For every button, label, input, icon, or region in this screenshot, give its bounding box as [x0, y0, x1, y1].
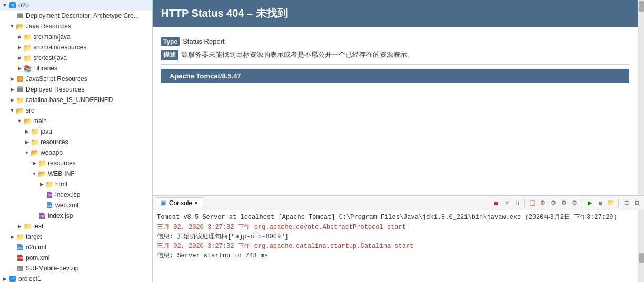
console-stop2-btn[interactable]: ⏹: [596, 199, 605, 207]
svg-text:P: P: [11, 3, 14, 8]
tree-item-src-test-java[interactable]: ▶📁src/test/java: [0, 53, 152, 63]
console-tab[interactable]: ▣ Console ✕: [156, 197, 203, 208]
tree-item-o2o-iml[interactable]: XMLo2o.iml: [0, 242, 152, 253]
tree-arrow: ▶: [17, 224, 22, 229]
console-settings-btn[interactable]: ⚙: [539, 199, 547, 207]
console-open-btn[interactable]: 📁: [607, 199, 615, 207]
tree-item-webapp-resources[interactable]: ▶📁resources: [0, 158, 152, 168]
tree-arrow: ▶: [2, 276, 7, 281]
tree-arrow: ▶: [17, 34, 22, 39]
folder-icon: 📁: [23, 43, 32, 52]
browser-area: HTTP Status 404 – 未找到 Type Status Report…: [153, 0, 644, 195]
tree-label: SUI-Mobile-dev.zip: [26, 265, 78, 272]
desc-badge: 描述: [161, 50, 178, 60]
console-settings3-btn[interactable]: ⚙: [560, 199, 568, 207]
right-panel: HTTP Status 404 – 未找到 Type Status Report…: [153, 0, 644, 282]
console-stop-btn[interactable]: ■: [492, 199, 500, 207]
zip-icon: ZIP: [16, 264, 24, 273]
tree-arrow: ▶: [39, 182, 44, 187]
folder-icon: 📁: [31, 138, 39, 146]
pom-icon: POM: [16, 254, 24, 262]
tree-item-index-jsp[interactable]: JSPindex.jsp: [0, 189, 152, 200]
tree-item-libraries[interactable]: ▶📚Libraries: [0, 63, 152, 74]
tree-item-project1[interactable]: ▶Pproject1: [0, 274, 152, 282]
tree-item-deployment-desc[interactable]: Deployment Descriptor: Archetype Cre...: [0, 11, 152, 21]
deploy-icon: [16, 12, 24, 20]
console-line: 信息: 开始协议处理句柄["ajp-nio-8009"]: [157, 232, 633, 241]
tree-item-src-main-java[interactable]: ▶📁src/main/java: [0, 32, 152, 42]
tree-label: resources: [48, 159, 76, 167]
jsres-icon: JS: [16, 75, 24, 83]
tree-label: index.jsp: [55, 191, 80, 198]
project-icon: P: [8, 1, 17, 9]
tree-item-catalina-base[interactable]: ▶📁catalina.base_IS_UNDEFINED: [0, 95, 152, 105]
tree-label: Java Resources: [26, 23, 71, 30]
tree-item-webapp[interactable]: ▼📂webapp: [0, 147, 152, 158]
tree-item-deployed-resources[interactable]: ▶Deployed Resources: [0, 84, 152, 95]
tree-label: src/main/resources: [33, 44, 86, 51]
tree-arrow: ▶: [9, 234, 15, 239]
console-line: 三月 02, 2020 3:27:32 下午 org.apache.catali…: [157, 241, 633, 250]
console-settings4-btn[interactable]: ⚙: [570, 199, 579, 207]
tree-arrow: ▶: [32, 160, 37, 166]
browser-scrollbar[interactable]: [638, 0, 644, 195]
console-tab-symbol: ✕: [194, 200, 199, 206]
tree-label: src: [26, 107, 34, 114]
console-expand-btn[interactable]: ⊞: [632, 199, 641, 207]
tree-item-target[interactable]: ▶📁target: [0, 231, 152, 242]
tree-item-sui-zip[interactable]: ZIPSUI-Mobile-dev.zip: [0, 263, 152, 274]
lib-icon: 📚: [23, 64, 32, 73]
folder-open-icon: 📂: [38, 169, 46, 178]
tree-item-src[interactable]: ▼📂src: [0, 105, 152, 116]
tree-label: html: [55, 180, 67, 188]
tree-label: test: [33, 223, 43, 230]
tree-label: webapp: [41, 149, 63, 156]
console-scrollbar[interactable]: [638, 210, 644, 282]
tree-item-web-xml[interactable]: XMLweb.xml: [0, 200, 152, 210]
tree-label: resources: [41, 138, 68, 146]
tree-item-main[interactable]: ▼📂main: [0, 116, 152, 126]
tree-label: o2o: [18, 2, 29, 9]
console-settings2-btn[interactable]: ⚙: [549, 199, 558, 207]
console-line: 信息: Server startup in 743 ms: [157, 251, 633, 260]
http-response-view: HTTP Status 404 – 未找到 Type Status Report…: [153, 0, 638, 195]
tree-item-root-index-jsp[interactable]: JSPindex.jsp: [0, 210, 152, 221]
tree-arrow: ▶: [24, 129, 29, 134]
tree-item-src-main-resources[interactable]: ▶📁src/main/resources: [0, 42, 152, 53]
tree-arrow: ▼: [17, 118, 22, 124]
console-copy-btn[interactable]: 📋: [528, 199, 537, 207]
folder-open-icon: 📂: [16, 106, 24, 115]
folder-icon: 📁: [23, 222, 32, 230]
tree-arrow: ▼: [2, 3, 7, 8]
svg-rect-3: [18, 13, 22, 14]
folder-icon: 📁: [23, 54, 32, 62]
tree-item-web-inf[interactable]: ▼📂WEB-INF: [0, 168, 152, 179]
tree-item-java[interactable]: ▶📁java: [0, 126, 152, 137]
tree-item-java-resources[interactable]: ▼📂Java Resources: [0, 21, 152, 32]
tree-label: src/test/java: [33, 54, 67, 62]
svg-rect-7: [18, 86, 22, 88]
tree-item-pom-xml[interactable]: POMpom.xml: [0, 253, 152, 263]
folder-icon: 📁: [23, 33, 32, 41]
console-toolbar: ▣ Console ✕ ■ ✕ ⏸ 📋 ⚙ ⚙ ⚙ ⚙ ▶ ⏹ 📁 ⊟ ⊞: [153, 196, 644, 210]
svg-text:POM: POM: [17, 257, 23, 260]
tree-label: index.jsp: [48, 212, 73, 219]
console-collapse-btn[interactable]: ⊟: [622, 199, 630, 207]
tree-item-javascript-resources[interactable]: ▶JSJavaScript Resources: [0, 74, 152, 84]
tree-item-html[interactable]: ▶📁html: [0, 179, 152, 189]
console-terminate-btn[interactable]: ✕: [502, 199, 511, 207]
project-tree[interactable]: ▼Po2oDeployment Descriptor: Archetype Cr…: [0, 0, 153, 282]
console-run-btn[interactable]: ▶: [586, 199, 594, 207]
folder-icon: 📁: [16, 96, 24, 104]
console-pause-btn[interactable]: ⏸: [513, 199, 521, 207]
tree-item-test[interactable]: ▶📁test: [0, 221, 152, 231]
folder-icon: 📁: [45, 180, 54, 188]
svg-text:JSP: JSP: [39, 215, 45, 218]
tree-label: catalina.base_IS_UNDEFINED: [26, 96, 113, 104]
type-row: Type Status Report: [161, 37, 629, 46]
tree-item-resources[interactable]: ▶📁resources: [0, 137, 152, 147]
svg-text:JS: JS: [18, 77, 23, 81]
console-line: 三月 02, 2020 3:27:32 下午 org.apache.coyote…: [157, 223, 633, 231]
tree-item-o2o-root[interactable]: ▼Po2o: [0, 0, 152, 11]
tree-arrow: [32, 213, 37, 218]
